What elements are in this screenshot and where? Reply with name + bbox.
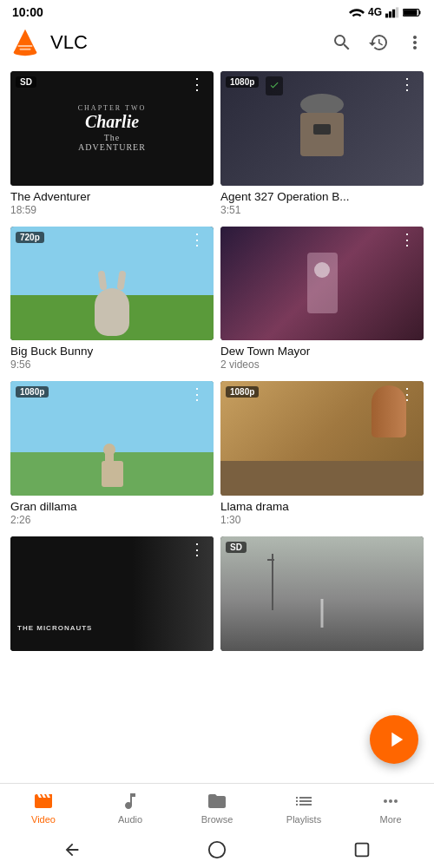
svg-rect-9 [18,45,33,47]
thumb-menu-button[interactable]: ⋮ [184,385,210,404]
list-item[interactable]: CHAPTER TWO Charlie TheADVENTURER SD ⋮ T… [7,66,217,221]
playlists-nav-icon [293,791,314,812]
nav-item-more[interactable]: More [347,791,434,825]
list-item[interactable]: ⋮ Dew Town Mayor 2 videos [217,221,427,377]
nav-item-audio[interactable]: Audio [87,791,174,825]
video-duration: 3:51 [220,204,424,216]
quality-badge: 720p [16,232,44,243]
android-nav-bar [0,833,434,868]
video-thumbnail[interactable]: ⋮ [220,227,424,341]
video-duration: 2:26 [10,514,214,526]
quality-badge: SD [226,542,247,553]
quality-badge: 1080p [16,386,49,398]
wifi-icon [349,6,365,18]
nav-item-playlists[interactable]: Playlists [260,791,347,825]
history-icon[interactable] [368,32,389,53]
video-thumbnail[interactable]: 1080p ⋮ [220,381,424,496]
signal-icon [385,6,399,18]
video-thumbnail[interactable]: CHAPTER TWO Charlie TheADVENTURER SD ⋮ [10,71,214,186]
home-button[interactable] [207,840,227,859]
video-count: 2 videos [220,358,424,371]
thumb-menu-button[interactable]: ⋮ [394,230,420,249]
back-button[interactable] [62,840,82,859]
svg-rect-1 [389,11,391,17]
check-badge [266,76,283,95]
video-nav-icon [33,791,54,812]
thumb-menu-button[interactable]: ⋮ [394,75,420,94]
play-fab[interactable] [370,715,418,764]
video-title: Dew Town Mayor [220,345,424,358]
battery-icon [403,7,422,18]
list-item[interactable]: 1080p ⋮ Gran dillama 2:26 [7,376,217,531]
search-icon[interactable] [332,32,352,53]
video-title: Big Buck Bunny [10,345,214,358]
more-nav-label: More [379,814,401,825]
list-item[interactable]: 1080p ⋮ Agent 327 Operation B... 3:51 [217,66,427,221]
quality-badge: 1080p [226,386,259,398]
video-nav-label: Video [31,814,56,825]
audio-nav-label: Audio [118,814,142,825]
browse-nav-icon [207,791,227,812]
signal-label: 4G [368,6,382,18]
video-grid: CHAPTER TWO Charlie TheADVENTURER SD ⋮ T… [0,66,434,661]
quality-badge: SD [16,76,36,88]
video-thumbnail[interactable]: SD [220,536,424,651]
status-time: 10:00 [12,5,43,19]
video-title: Llama drama [220,500,424,513]
video-thumbnail[interactable]: 1080p ⋮ [220,71,424,186]
list-item[interactable]: SD [217,531,427,661]
svg-point-11 [209,842,225,858]
list-item[interactable]: THE MICRONAUTS ⋮ [7,531,217,661]
video-duration: 1:30 [220,514,424,526]
svg-rect-12 [355,844,368,857]
app-bar: VLC [0,23,434,66]
vlc-logo [9,26,42,59]
more-vert-icon[interactable] [404,32,425,53]
play-icon [384,727,408,752]
video-title: Gran dillama [10,500,214,513]
thumb-menu-button[interactable]: ⋮ [184,230,210,249]
svg-rect-5 [419,10,421,14]
status-bar: 10:00 4G [0,0,434,23]
bottom-nav: Video Audio Browse Playlists [0,783,434,830]
svg-rect-3 [396,7,398,17]
svg-rect-6 [404,10,418,15]
video-thumbnail[interactable]: 720p ⋮ [10,227,214,341]
thumb-menu-button[interactable]: ⋮ [394,385,420,404]
playlists-nav-label: Playlists [286,814,321,825]
video-duration: 9:56 [10,358,214,371]
nav-item-video[interactable]: Video [0,791,87,825]
video-duration: 18:59 [10,204,214,216]
video-thumbnail[interactable]: 1080p ⋮ [10,381,214,496]
app-bar-actions [332,32,425,53]
list-item[interactable]: 720p ⋮ Big Buck Bunny 9:56 [7,221,217,377]
micronauts-title-text: THE MICRONAUTS [17,618,92,634]
recents-button[interactable] [352,840,372,859]
app-title: VLC [50,31,332,54]
status-icons: 4G [349,6,422,18]
list-item[interactable]: 1080p ⋮ Llama drama 1:30 [217,376,427,531]
quality-badge: 1080p [226,76,259,88]
svg-rect-10 [20,49,31,50]
svg-rect-0 [385,14,388,18]
thumb-menu-button[interactable]: ⋮ [184,540,210,559]
more-nav-icon [380,791,401,812]
video-title: The Adventurer [10,190,214,203]
nav-item-browse[interactable]: Browse [174,791,260,825]
svg-rect-2 [392,10,395,18]
thumb-menu-button[interactable]: ⋮ [184,75,210,94]
browse-nav-label: Browse [201,814,233,825]
video-thumbnail[interactable]: THE MICRONAUTS ⋮ [10,536,214,651]
video-title: Agent 327 Operation B... [220,190,424,203]
audio-nav-icon [120,791,141,812]
